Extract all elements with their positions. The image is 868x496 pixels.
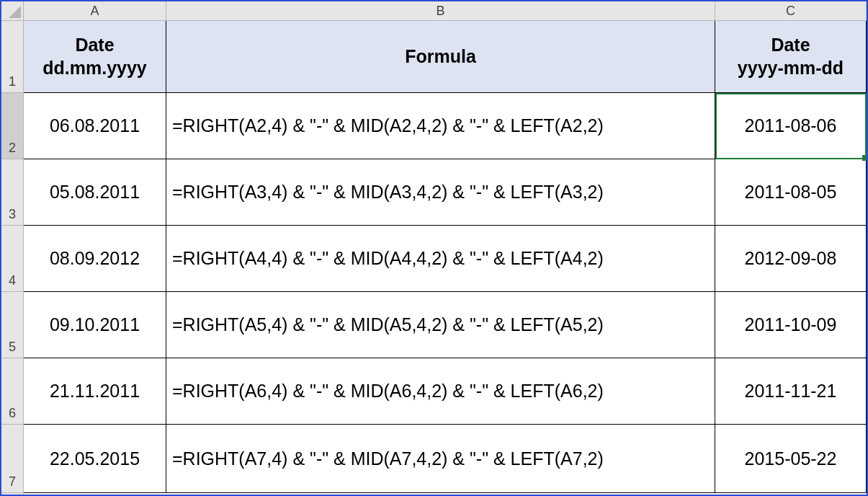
cell-B7[interactable]: =RIGHT(A7,4) & "-" & MID(A7,4,2) & "-" &… [166,425,715,493]
cell-text: =RIGHT(A4,4) & "-" & MID(A4,4,2) & "-" &… [172,248,604,269]
cell-text: =RIGHT(A2,4) & "-" & MID(A2,4,2) & "-" &… [172,115,604,136]
spreadsheet-frame: A B C 1 2 3 4 5 6 7 Datedd.mm.yyyy Formu… [0,0,868,496]
row-header-2[interactable]: 2 [1,93,23,159]
cell-C3[interactable]: 2011-08-05 [715,159,867,226]
cell-C4[interactable]: 2012-09-08 [715,226,867,292]
row-header-5[interactable]: 5 [1,292,23,358]
cell-text: Formula [405,45,476,68]
row-header-label: 3 [9,207,16,222]
row-header-4[interactable]: 4 [1,226,23,292]
cell-B3[interactable]: =RIGHT(A3,4) & "-" & MID(A3,4,2) & "-" &… [166,159,715,226]
cell-grid: Datedd.mm.yyyy Formula Dateyyyy-mm-dd 06… [24,21,867,495]
column-header-label: B [436,4,444,19]
cell-text: =RIGHT(A6,4) & "-" & MID(A6,4,2) & "-" &… [172,381,604,402]
row-header-1[interactable]: 1 [1,21,23,93]
svg-marker-0 [9,6,21,18]
cell-text: Datedd.mm.yyyy [42,34,147,79]
row-header-label: 6 [9,406,16,421]
cell-text: 22.05.2015 [50,448,140,469]
cell-C1[interactable]: Dateyyyy-mm-dd [715,21,867,93]
column-header-C[interactable]: C [715,1,867,20]
cell-C2[interactable]: 2011-08-06 [715,93,867,159]
cell-A6[interactable]: 21.11.2011 [24,358,166,425]
row-header-label: 1 [9,74,16,89]
cell-A1[interactable]: Datedd.mm.yyyy [24,21,166,93]
row-header-label: 7 [9,474,16,490]
cell-text: 21.11.2011 [50,381,140,402]
cell-C6[interactable]: 2011-11-21 [715,358,867,425]
cell-C5[interactable]: 2011-10-09 [715,292,867,358]
cell-text: 2011-10-09 [745,314,837,335]
cell-A7[interactable]: 22.05.2015 [24,425,166,493]
column-header-label: C [786,4,795,19]
cell-A3[interactable]: 05.08.2011 [24,159,166,226]
cell-text: 05.08.2011 [50,182,140,203]
cell-B6[interactable]: =RIGHT(A6,4) & "-" & MID(A6,4,2) & "-" &… [166,358,715,425]
row-header-7[interactable]: 7 [1,425,23,493]
cell-text: 08.09.2012 [50,248,140,269]
cell-text: 2012-09-08 [745,248,837,269]
cell-C7[interactable]: 2015-05-22 [715,425,867,493]
cell-text: 2011-08-06 [745,115,837,136]
row-header-3[interactable]: 3 [1,159,23,226]
cell-A4[interactable]: 08.09.2012 [24,226,166,292]
select-all-corner[interactable] [1,1,24,21]
cell-A5[interactable]: 09.10.2011 [24,292,166,358]
cell-text: 2015-05-22 [745,448,837,469]
row-header-label: 2 [9,141,16,156]
cell-B2[interactable]: =RIGHT(A2,4) & "-" & MID(A2,4,2) & "-" &… [166,93,715,159]
cell-text: =RIGHT(A3,4) & "-" & MID(A3,4,2) & "-" &… [172,182,604,203]
cell-text: 09.10.2011 [50,314,140,335]
cell-A2[interactable]: 06.08.2011 [24,93,166,159]
cell-B4[interactable]: =RIGHT(A4,4) & "-" & MID(A4,4,2) & "-" &… [166,226,715,292]
column-header-B[interactable]: B [166,1,715,20]
cell-text: 06.08.2011 [50,115,140,136]
cell-text: =RIGHT(A7,4) & "-" & MID(A7,4,2) & "-" &… [172,448,604,469]
column-header-label: A [90,4,99,19]
row-header-label: 5 [9,340,16,355]
cell-text: 2011-11-21 [745,381,837,402]
cell-text: 2011-08-05 [745,182,837,203]
column-headers: A B C [24,1,867,21]
row-headers: 1 2 3 4 5 6 7 [1,21,24,495]
column-header-A[interactable]: A [24,1,166,20]
cell-text: =RIGHT(A5,4) & "-" & MID(A5,4,2) & "-" &… [172,314,604,335]
cell-B1[interactable]: Formula [166,21,715,93]
cell-text: Dateyyyy-mm-dd [738,34,844,79]
row-header-label: 4 [9,273,16,288]
row-header-6[interactable]: 6 [1,358,23,425]
cell-B5[interactable]: =RIGHT(A5,4) & "-" & MID(A5,4,2) & "-" &… [166,292,715,358]
